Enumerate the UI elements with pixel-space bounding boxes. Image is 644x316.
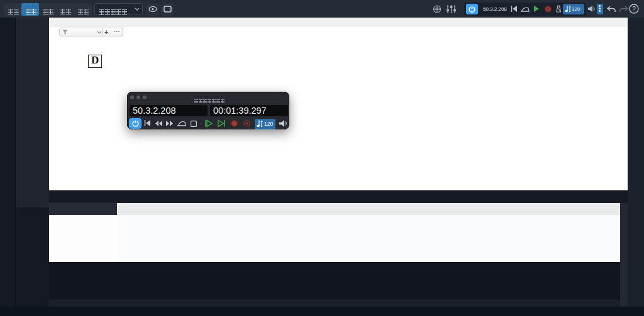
svg-text:?: ? [632,6,636,13]
